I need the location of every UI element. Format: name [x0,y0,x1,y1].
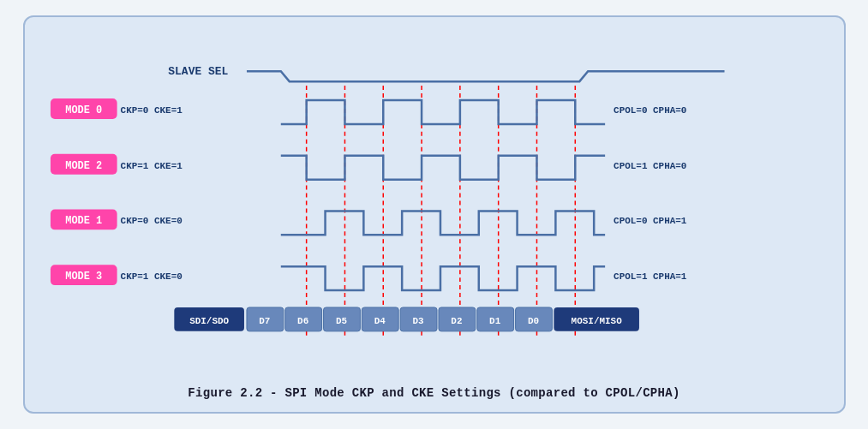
mode0-params: CKP=0 CKE=1 [120,105,183,116]
mode3-badge: MODE 3 [65,271,102,283]
d3-label: D3 [412,316,424,326]
sdi-sdo-label: SDI/SDO [189,316,229,326]
mode1-right: CPOL=0 CPHA=1 [614,216,687,226]
d0-label: D0 [527,316,538,326]
mode2-right: CPOL=1 CPHA=0 [614,161,686,171]
figure-caption: Figure 2.2 - SPI Mode CKP and CKE Settin… [42,386,827,400]
diagram-svg-container: SLAVE SEL MODE 0 CKP=0 CKE=1 CPOL=0 CPHA… [42,33,827,378]
mosi-miso-label: MOSI/MISO [571,316,622,326]
d1-label: D1 [489,316,501,326]
mode1-badge: MODE 1 [65,215,102,227]
mode2-params: CKP=1 CKE=1 [120,161,183,171]
d6-label: D6 [297,316,308,326]
mode0-right: CPOL=0 CPHA=0 [614,105,686,116]
mode3-right: CPOL=1 CPHA=1 [614,271,687,282]
mode3-params: CKP=1 CKE=0 [120,271,182,282]
main-container: SLAVE SEL MODE 0 CKP=0 CKE=1 CPOL=0 CPHA… [23,15,846,414]
mode0-badge: MODE 0 [65,104,102,116]
d5-label: D5 [335,316,346,326]
d2-label: D2 [451,316,462,326]
d4-label: D4 [374,316,386,326]
mode2-badge: MODE 2 [65,160,102,172]
d7-label: D7 [259,316,270,326]
slave-sel-label: SLAVE SEL [168,65,228,78]
mode1-params: CKP=0 CKE=0 [120,216,182,226]
